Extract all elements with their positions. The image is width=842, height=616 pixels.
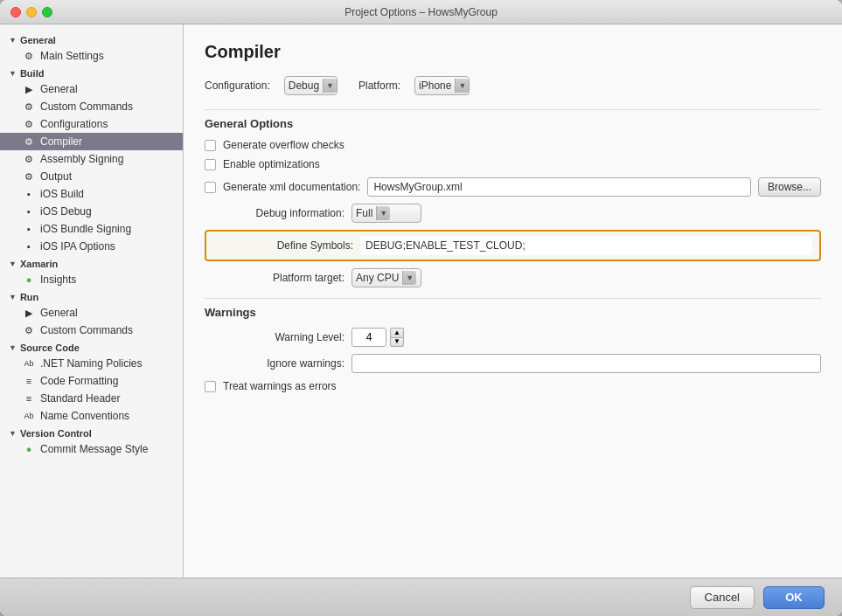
- xml-doc-row: Generate xml documentation: Browse...: [205, 177, 821, 197]
- sidebar-item-code-formatting[interactable]: ≡ Code Formatting: [0, 372, 183, 390]
- ignore-warnings-label: Ignore warnings:: [205, 357, 344, 370]
- chevron-down-icon: ▼: [9, 69, 17, 78]
- warning-level-input[interactable]: [351, 328, 386, 347]
- xml-doc-checkbox[interactable]: [205, 182, 216, 193]
- sidebar-section-source-code[interactable]: ▼ Source Code: [0, 339, 183, 355]
- platform-target-dropdown[interactable]: Any CPU ▼: [351, 268, 421, 287]
- warnings-header: Warnings: [205, 306, 821, 319]
- play-icon: ▶: [23, 308, 35, 319]
- ok-button[interactable]: OK: [763, 586, 825, 609]
- platform-target-row: Platform target: Any CPU ▼: [205, 268, 821, 287]
- stepper-down-button[interactable]: ▼: [390, 337, 404, 348]
- page-title: Compiler: [205, 42, 821, 62]
- list-icon: ▪: [23, 189, 35, 199]
- divider: [205, 109, 821, 110]
- debug-info-dropdown[interactable]: Full ▼: [351, 204, 421, 223]
- chevron-down-icon: ▼: [9, 293, 17, 301]
- configuration-label: Configuration:: [205, 80, 270, 92]
- treat-warnings-label: Treat warnings as errors: [223, 380, 337, 392]
- sidebar-item-commit-message[interactable]: ● Commit Message Style: [0, 440, 183, 458]
- sidebar-item-ios-ipa-options[interactable]: ▪ iOS IPA Options: [0, 238, 183, 255]
- overflow-checks-checkbox[interactable]: [205, 140, 216, 151]
- define-symbols-label: Define Symbols:: [213, 239, 353, 252]
- text-icon: Ab: [23, 359, 35, 368]
- sidebar-item-main-settings[interactable]: ⚙ Main Settings: [0, 47, 183, 65]
- sidebar-item-insights[interactable]: ● Insights: [0, 271, 183, 288]
- list-icon: ▪: [23, 241, 35, 252]
- chevron-down-icon: ▼: [9, 36, 17, 45]
- define-symbols-input[interactable]: [360, 236, 812, 255]
- window-title: Project Options – HowsMyGroup: [344, 6, 498, 18]
- xml-doc-label: Generate xml documentation:: [223, 181, 360, 193]
- overflow-checks-label: Generate overflow checks: [223, 139, 344, 151]
- treat-warnings-checkbox[interactable]: [205, 381, 216, 392]
- platform-label: Platform:: [358, 80, 400, 92]
- stepper-up-button[interactable]: ▲: [390, 328, 404, 337]
- sidebar-section-build[interactable]: ▼ Build: [0, 65, 183, 80]
- xml-doc-input[interactable]: [367, 177, 751, 197]
- maximize-button[interactable]: [42, 7, 52, 17]
- chevron-down-icon: ▼: [376, 206, 390, 220]
- warning-level-label: Warning Level:: [205, 331, 344, 343]
- chevron-down-icon: ▼: [455, 79, 469, 93]
- titlebar: Project Options – HowsMyGroup: [0, 0, 842, 24]
- play-icon: ▶: [23, 84, 35, 95]
- content-area: ▼ General ⚙ Main Settings ▼ Build ▶ Gene…: [0, 24, 842, 578]
- list-icon: ▪: [23, 224, 35, 234]
- format-icon: ≡: [23, 376, 35, 386]
- configuration-dropdown[interactable]: Debug ▼: [284, 76, 337, 95]
- browse-button[interactable]: Browse...: [758, 177, 821, 197]
- minimize-button[interactable]: [26, 7, 37, 17]
- sidebar-item-output[interactable]: ⚙ Output: [0, 168, 183, 185]
- traffic-lights: [10, 7, 52, 17]
- sidebar-item-run-general[interactable]: ▶ General: [0, 304, 183, 322]
- gear-icon: ⚙: [23, 325, 35, 336]
- sidebar-section-xamarin[interactable]: ▼ Xamarin: [0, 255, 183, 271]
- stepper-buttons: ▲ ▼: [390, 328, 404, 347]
- commit-icon: ●: [23, 444, 35, 454]
- chevron-down-icon: ▼: [9, 429, 17, 438]
- header-icon: ≡: [23, 393, 35, 404]
- chevron-down-icon: ▼: [9, 260, 17, 268]
- define-symbols-row: Define Symbols:: [205, 230, 821, 261]
- general-options-header: General Options: [205, 117, 821, 130]
- list-icon: ▪: [23, 206, 35, 217]
- insights-icon: ●: [23, 274, 35, 285]
- sidebar-item-ios-build[interactable]: ▪ iOS Build: [0, 185, 183, 203]
- platform-dropdown[interactable]: iPhone ▼: [414, 76, 470, 95]
- chevron-down-icon: ▼: [402, 271, 416, 285]
- sidebar: ▼ General ⚙ Main Settings ▼ Build ▶ Gene…: [0, 24, 184, 578]
- gear-icon: ⚙: [23, 136, 35, 148]
- sidebar-item-ios-debug[interactable]: ▪ iOS Debug: [0, 203, 183, 220]
- warning-level-row: Warning Level: ▲ ▼: [205, 328, 821, 347]
- ignore-warnings-row: Ignore warnings:: [205, 354, 821, 373]
- gear-icon: ⚙: [23, 51, 35, 62]
- sidebar-item-compiler[interactable]: ⚙ Compiler: [0, 133, 183, 150]
- chevron-down-icon: ▼: [323, 79, 337, 93]
- sidebar-item-assembly-signing[interactable]: ⚙ Assembly Signing: [0, 150, 183, 168]
- sidebar-section-version-control[interactable]: ▼ Version Control: [0, 425, 183, 440]
- gear-icon: ⚙: [23, 101, 35, 113]
- optimizations-checkbox[interactable]: [205, 159, 216, 170]
- sidebar-item-build-general[interactable]: ▶ General: [0, 80, 183, 98]
- sidebar-item-standard-header[interactable]: ≡ Standard Header: [0, 390, 183, 407]
- close-button[interactable]: [10, 7, 21, 17]
- sidebar-item-build-custom-commands[interactable]: ⚙ Custom Commands: [0, 98, 183, 115]
- divider-2: [205, 298, 821, 299]
- ignore-warnings-input[interactable]: [351, 354, 821, 373]
- debug-info-row: Debug information: Full ▼: [205, 204, 821, 223]
- text-icon: Ab: [23, 412, 35, 420]
- sidebar-item-ios-bundle-signing[interactable]: ▪ iOS Bundle Signing: [0, 220, 183, 238]
- gear-icon: ⚙: [23, 154, 35, 165]
- optimizations-row: Enable optimizations: [205, 158, 821, 170]
- sidebar-item-net-naming[interactable]: Ab .NET Naming Policies: [0, 355, 183, 372]
- sidebar-item-name-conventions[interactable]: Ab Name Conventions: [0, 407, 183, 425]
- cancel-button[interactable]: Cancel: [690, 586, 755, 609]
- sidebar-item-configurations[interactable]: ⚙ Configurations: [0, 115, 183, 133]
- gear-icon: ⚙: [23, 171, 35, 183]
- warning-level-stepper: ▲ ▼: [351, 328, 404, 347]
- sidebar-item-run-custom-commands[interactable]: ⚙ Custom Commands: [0, 322, 183, 339]
- main-panel: Compiler Configuration: Debug ▼ Platform…: [184, 24, 842, 578]
- sidebar-section-general[interactable]: ▼ General: [0, 31, 183, 47]
- sidebar-section-run[interactable]: ▼ Run: [0, 288, 183, 304]
